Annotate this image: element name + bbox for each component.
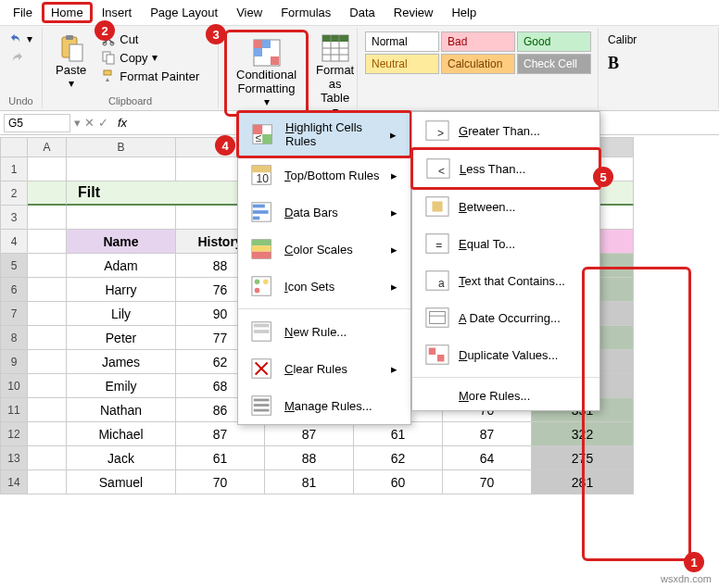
row-header-6[interactable]: 6 [0,278,28,302]
style-calculation[interactable]: Calculation [441,54,515,74]
cell[interactable] [28,230,67,254]
name-cell[interactable]: Adam [67,254,176,278]
row-header-5[interactable]: 5 [0,254,28,278]
style-bad[interactable]: Bad [441,31,515,52]
cf-menu-clear-rules[interactable]: Clear Rules▸ [238,350,410,387]
format-as-table-button[interactable]: Format as Table ▾ [309,30,361,121]
menu-data[interactable]: Data [340,2,384,23]
cf-menu-top-bottom-rules[interactable]: 10Top/Bottom Rules▸ [238,156,410,194]
col-header-B[interactable]: B [67,137,176,157]
history-cell[interactable]: 87 [176,422,265,446]
menu-home[interactable]: Home [42,2,93,23]
cell[interactable]: 87 [443,422,532,446]
history-cell[interactable]: 61 [176,446,265,470]
cell[interactable] [28,398,67,422]
cell-styles-gallery[interactable]: Normal Bad Good Neutral Calculation Chec… [363,30,592,76]
copy-button[interactable]: Copy ▾ [97,48,203,67]
row-header-2[interactable]: 2 [0,181,28,206]
row-header-12[interactable]: 12 [0,422,28,446]
total-cell[interactable]: 322 [532,422,634,446]
menu-help[interactable]: Help [442,2,486,23]
menu-view[interactable]: View [227,2,271,23]
cancel-formula-icon[interactable]: ✕ [84,116,95,130]
name-cell[interactable]: Nathan [67,398,176,422]
cell[interactable] [28,181,67,206]
cell[interactable] [28,157,67,181]
cf-menu-color-scales[interactable]: Color Scales▸ [238,231,410,268]
name-cell[interactable]: Lily [67,302,176,326]
row-header-10[interactable]: 10 [0,374,28,398]
cell[interactable] [28,422,67,446]
bold-button[interactable]: B [604,50,713,77]
name-cell[interactable]: Peter [67,326,176,350]
cell[interactable]: 87 [265,422,354,446]
name-cell[interactable]: Emily [67,374,176,398]
cell[interactable]: 61 [354,422,443,446]
name-box[interactable] [4,114,70,132]
cell[interactable] [28,278,67,302]
history-cell[interactable]: 70 [176,470,265,494]
row-header-7[interactable]: 7 [0,302,28,326]
fx-icon[interactable]: fx [112,116,132,130]
hc-menu-text-that-contains-[interactable]: aText that Contains... [412,262,599,299]
hc-menu-less-than-[interactable]: <Less Than... [410,147,601,190]
cell[interactable]: 62 [354,446,443,470]
redo-button[interactable] [6,48,36,67]
cf-menu-new-rule-[interactable]: New Rule... [238,313,410,350]
hc-menu-greater-than-[interactable]: >Greater Than... [412,112,599,149]
cell[interactable] [28,470,67,494]
style-neutral[interactable]: Neutral [365,54,439,74]
paste-button[interactable]: Paste ▾ [48,30,94,94]
cf-menu-manage-rules-[interactable]: Manage Rules... [238,387,410,424]
cell[interactable] [28,206,67,230]
cell[interactable]: 88 [265,446,354,470]
name-cell[interactable]: Michael [67,422,176,446]
header-name[interactable]: Name [67,230,176,254]
cell[interactable] [28,326,67,350]
cf-menu-highlight-cells-rules[interactable]: ≤Highlight Cells Rules▸ [236,110,412,158]
row-header-11[interactable]: 11 [0,398,28,422]
cf-menu-icon-sets[interactable]: Icon Sets▸ [238,268,410,305]
name-cell[interactable]: James [67,350,176,374]
name-cell[interactable]: Harry [67,278,176,302]
cell[interactable]: 81 [265,470,354,494]
cell[interactable] [28,446,67,470]
name-cell[interactable]: Jack [67,446,176,470]
style-normal[interactable]: Normal [365,31,439,52]
name-cell[interactable]: Samuel [67,470,176,494]
hc-menu-a-date-occurring-[interactable]: A Date Occurring... [412,299,599,336]
style-check-cell[interactable]: Check Cell [517,54,591,74]
format-painter-button[interactable]: Format Painter [97,67,203,85]
menu-formulas[interactable]: Formulas [271,2,340,23]
conditional-formatting-button[interactable]: Conditional Formatting ▾ [229,34,304,112]
cell[interactable] [28,350,67,374]
hc-menu-equal-to-[interactable]: =Equal To... [412,225,599,262]
row-header-13[interactable]: 13 [0,446,28,470]
cell[interactable]: 70 [443,470,532,494]
cell[interactable] [28,302,67,326]
cell[interactable] [28,254,67,278]
cf-menu-data-bars[interactable]: Data Bars▸ [238,194,410,231]
select-all-corner[interactable] [0,137,28,157]
menu-review[interactable]: Review [385,2,443,23]
cell[interactable]: 60 [354,470,443,494]
row-header-8[interactable]: 8 [0,326,28,350]
menu-page-layout[interactable]: Page Layout [141,2,227,23]
hc-menu-duplicate-values-[interactable]: Duplicate Values... [412,336,599,373]
accept-formula-icon[interactable]: ✓ [98,116,108,130]
style-good[interactable]: Good [517,31,591,52]
row-header-3[interactable]: 3 [0,206,28,230]
cell[interactable]: 64 [443,446,532,470]
row-header-4[interactable]: 4 [0,230,28,254]
row-header-1[interactable]: 1 [0,157,28,181]
cell[interactable] [67,206,176,230]
row-header-9[interactable]: 9 [0,350,28,374]
undo-button[interactable]: ▾ [6,30,36,48]
total-cell[interactable]: 275 [532,446,634,470]
hc-menu-more-rules-[interactable]: More Rules... [412,382,599,410]
cell[interactable] [67,157,176,181]
total-cell[interactable]: 281 [532,470,634,494]
hc-menu-between-[interactable]: Between... [412,188,599,225]
menu-insert[interactable]: Insert [93,2,142,23]
col-header-A[interactable]: A [28,137,67,157]
